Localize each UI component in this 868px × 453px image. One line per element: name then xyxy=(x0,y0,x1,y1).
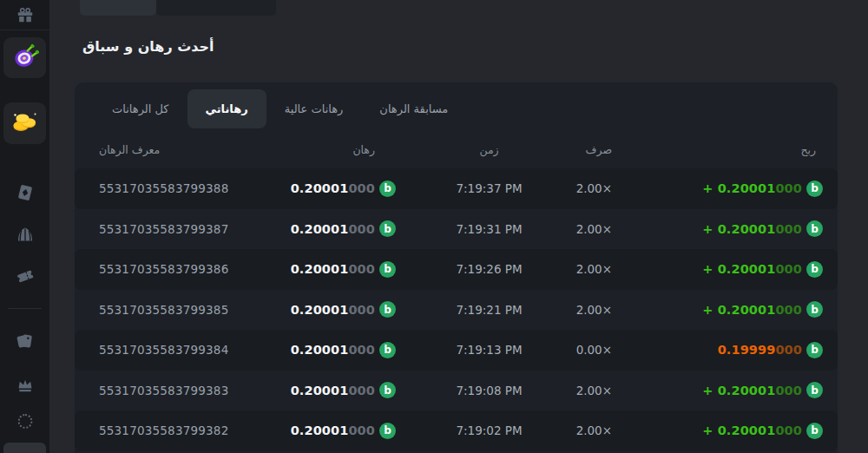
bet-id: 55317035583799384 xyxy=(99,343,264,357)
gold-coins-tile[interactable] xyxy=(3,102,46,144)
bet-time: 7:19:02 PM xyxy=(456,423,522,437)
gear-icon[interactable] xyxy=(17,414,32,429)
col-profit: ربح xyxy=(800,143,823,156)
gift-icon[interactable] xyxy=(16,6,35,25)
bet-row[interactable]: 55317035583799386 0.20001000 b 7:19:26 P… xyxy=(75,249,838,290)
tab-bet-contest[interactable]: مسابقة الرهان xyxy=(361,89,466,128)
bet-payout: 2.00× xyxy=(576,303,612,317)
bets-panel: كل الرهانات رهاناتي رهانات عالية مسابقة … xyxy=(75,82,838,453)
bet-amount: 0.20001000 b xyxy=(291,301,396,318)
shell-icon[interactable] xyxy=(16,225,35,244)
coin-icon: b xyxy=(806,301,823,318)
bet-row[interactable]: 55317035583799385 0.20001000 b 7:19:21 P… xyxy=(75,290,838,331)
bet-id: 55317035583799387 xyxy=(99,222,264,236)
gold-coins-icon xyxy=(10,108,40,138)
bet-profit: 0.19999000 b xyxy=(718,342,823,358)
page-title: أحدث رهان و سباق xyxy=(82,38,214,55)
coin-icon: b xyxy=(379,301,396,318)
bet-id: 55317035583799388 xyxy=(99,181,264,195)
coin-icon: b xyxy=(806,342,823,358)
target-dart-icon xyxy=(11,43,39,74)
bet-amount: 0.20001000 b xyxy=(291,382,396,398)
bet-time: 7:19:26 PM xyxy=(456,262,522,276)
sidebar-divider xyxy=(0,30,49,30)
bet-row[interactable]: 55317035583799383 0.20001000 b 7:19:08 P… xyxy=(75,371,838,411)
sidebar xyxy=(0,0,49,453)
sidebar-divider xyxy=(8,308,42,309)
bet-amount: 0.20001000 b xyxy=(291,220,396,237)
bets-tabs: كل الرهانات رهاناتي رهانات عالية مسابقة … xyxy=(94,89,466,128)
bet-time: 7:19:13 PM xyxy=(456,343,522,357)
coin-icon: b xyxy=(379,181,396,197)
bet-row[interactable]: 55317035583799384 0.20001000 b 7:19:13 P… xyxy=(75,330,838,371)
coin-icon: b xyxy=(379,220,396,237)
table-header: معرف الرهان رهان زمن صرف ربح xyxy=(75,132,838,167)
bet-profit: + 0.20001000 b xyxy=(702,220,823,237)
bet-payout: 2.00× xyxy=(576,423,612,437)
coin-icon: b xyxy=(379,342,396,358)
bet-time: 7:19:31 PM xyxy=(456,222,522,236)
coin-icon: b xyxy=(806,261,823,278)
bet-payout: 2.00× xyxy=(576,262,612,276)
bet-amount: 0.20001000 b xyxy=(291,342,396,358)
top-partial-tab[interactable] xyxy=(156,0,276,16)
bet-rows: 55317035583799388 0.20001000 b 7:19:37 P… xyxy=(75,168,838,451)
bet-amount: 0.20001000 b xyxy=(291,261,396,278)
tab-my-bets[interactable]: رهاناتي xyxy=(187,89,266,128)
bet-payout: 2.00× xyxy=(576,222,612,236)
card-diamond-icon[interactable] xyxy=(16,183,35,202)
bet-amount: 0.20001000 b xyxy=(291,181,396,197)
bet-id: 55317035583799383 xyxy=(99,384,264,397)
bet-time: 7:19:37 PM xyxy=(456,181,522,195)
main-content: أحدث رهان و سباق كل الرهانات رهاناتي رها… xyxy=(49,0,868,453)
coin-icon: b xyxy=(806,423,823,439)
bet-row[interactable]: 55317035583799388 0.20001000 b 7:19:37 P… xyxy=(75,168,838,209)
bet-payout: 2.00× xyxy=(576,384,612,397)
bet-time: 7:19:21 PM xyxy=(456,303,522,317)
coin-icon: b xyxy=(806,181,823,197)
bet-payout: 0.00× xyxy=(576,343,612,357)
top-partial-tab-active[interactable] xyxy=(80,0,156,16)
coin-icon: b xyxy=(379,382,396,398)
tags-icon[interactable] xyxy=(16,332,35,351)
target-dart-tile[interactable] xyxy=(3,37,46,78)
col-bet: رهان xyxy=(352,143,396,156)
bet-time: 7:19:08 PM xyxy=(456,384,522,397)
coin-icon: b xyxy=(379,423,396,439)
coin-icon: b xyxy=(379,261,396,278)
col-bet-id: معرف الرهان xyxy=(99,143,264,156)
coin-icon: b xyxy=(806,382,823,398)
col-time: زمن xyxy=(479,143,498,156)
bet-row[interactable]: 55317035583799382 0.20001000 b 7:19:02 P… xyxy=(75,410,838,451)
tab-all-bets[interactable]: كل الرهانات xyxy=(94,89,187,128)
coin-icon: b xyxy=(806,220,823,237)
bet-profit: + 0.20001000 b xyxy=(702,261,823,278)
bet-profit: + 0.20001000 b xyxy=(702,181,823,197)
tab-high-bets[interactable]: رهانات عالية xyxy=(266,89,362,128)
bet-row[interactable]: 55317035583799387 0.20001000 b 7:19:31 P… xyxy=(75,209,838,250)
bet-profit: + 0.20001000 b xyxy=(702,382,823,398)
bet-profit: + 0.20001000 b xyxy=(702,423,823,439)
bet-amount: 0.20001000 b xyxy=(291,423,396,439)
bet-profit: + 0.20001000 b xyxy=(702,301,823,318)
bet-id: 55317035583799382 xyxy=(99,423,264,437)
partial-sidebar-tile[interactable] xyxy=(3,443,46,453)
col-payout: صرف xyxy=(586,143,612,156)
bet-id: 55317035583799385 xyxy=(99,303,264,317)
crown-icon[interactable] xyxy=(16,376,35,395)
bet-id: 55317035583799386 xyxy=(99,262,264,276)
bet-payout: 2.00× xyxy=(576,181,612,195)
ticket-icon[interactable] xyxy=(16,266,35,286)
